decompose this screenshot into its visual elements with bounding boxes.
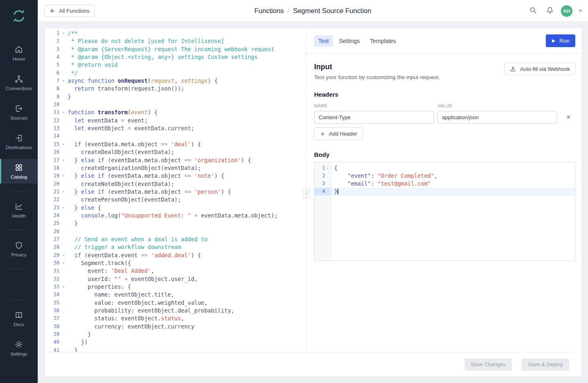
add-header-button[interactable]: Add Header (314, 127, 363, 140)
code-line[interactable]: 4 * @param {Object.<string, any>} settin… (45, 53, 306, 61)
pane-resize-handle[interactable] (303, 188, 310, 197)
line-number: 29 (45, 252, 59, 259)
fold-toggle-icon[interactable]: ▾ (59, 172, 68, 180)
code-text: properties: { (68, 283, 306, 291)
line-number: 34 (45, 291, 59, 299)
fold-toggle-icon[interactable]: ▾ (59, 204, 68, 212)
code-line[interactable]: 9} (45, 93, 306, 101)
segment-logo-icon[interactable] (12, 9, 26, 25)
line-number: 4 (315, 188, 325, 195)
fold-toggle-icon[interactable]: ▾ (59, 156, 68, 164)
body-line[interactable]: 2 "event": "Order Completed", (315, 172, 575, 180)
fold-toggle-icon[interactable]: ▾ (59, 252, 68, 259)
code-line[interactable]: 29▾ if (eventData.event == 'added.deal')… (45, 252, 306, 259)
code-line[interactable]: 22 createPersonObject(eventData); (45, 196, 306, 204)
body-line[interactable]: 1▾{ (315, 164, 575, 172)
body-editor[interactable]: 1▾{2 "event": "Order Completed",3 "email… (314, 162, 575, 261)
code-line[interactable]: 35 value: eventObject.weighted_value, (45, 299, 306, 307)
fold-gutter (59, 61, 68, 69)
code-line[interactable]: 20 createNoteObject(eventData); (45, 180, 306, 188)
code-line[interactable]: 24 console.log("Unsupported Event: " + e… (45, 212, 306, 220)
code-text: name: eventObject.title, (68, 291, 306, 299)
all-functions-button[interactable]: All Functions (44, 5, 95, 17)
code-line[interactable]: 31 event: 'Deal Added', (45, 267, 306, 275)
sidebar-item-catalog[interactable]: Catalog (0, 159, 38, 184)
avatar[interactable]: KH (561, 5, 572, 17)
remove-header-button[interactable] (564, 113, 573, 122)
line-number: 28 (45, 243, 59, 251)
code-line[interactable]: 26 (45, 228, 306, 236)
code-line[interactable]: 3 * @param {ServerRequest} request The i… (45, 45, 306, 53)
code-line[interactable]: 27 // Send an event when a deal is added… (45, 236, 306, 243)
user-menu-button[interactable] (578, 8, 583, 14)
header-name-input[interactable] (314, 111, 434, 124)
tab-templates[interactable]: Templates (366, 35, 400, 47)
save-changes-button[interactable]: Save Changes (465, 358, 512, 371)
code-line[interactable]: 10 (45, 101, 306, 109)
breadcrumb-separator: / (287, 7, 289, 15)
code-line[interactable]: 21▾ } else if (eventData.meta.object == … (45, 188, 306, 196)
code-line[interactable]: 12 let eventData = event; (45, 117, 306, 125)
search-button[interactable] (527, 5, 539, 17)
fold-toggle-icon[interactable]: ▾ (325, 164, 330, 172)
code-line[interactable]: 7▾async function onRequest(request, sett… (45, 77, 306, 85)
code-text: // Send an event when a deal is added to (68, 236, 306, 243)
code-line[interactable]: 14 (45, 132, 306, 140)
code-line[interactable]: 32 userId: "" + eventObject.user_id, (45, 275, 306, 283)
code-line[interactable]: 16 createDealObject(eventData); (45, 148, 306, 156)
fold-toggle-icon[interactable]: ▾ (59, 283, 68, 291)
sidebar-item-docs[interactable]: Docs (0, 306, 38, 331)
code-line[interactable]: 11▾function transform(event) { (45, 109, 306, 116)
line-number: 2 (315, 172, 325, 180)
tab-test[interactable]: Test (314, 35, 333, 47)
code-line[interactable]: 38 currency: eventObject.currency (45, 323, 306, 331)
sidebar-item-destinations[interactable]: Destinations (0, 129, 38, 154)
code-line[interactable]: 13 let eventObject = eventData.current; (45, 125, 306, 132)
body-line[interactable]: 3 "email": "test@gmail.com" (315, 180, 575, 188)
header-value-input[interactable] (438, 111, 557, 124)
code-line[interactable]: 15▾ if (eventData.meta.object == 'deal')… (45, 141, 306, 148)
code-line[interactable]: 33▾ properties: { (45, 283, 306, 291)
sidebar-item-sources[interactable]: Sources (0, 100, 38, 125)
code-line[interactable]: 8 return transform(request.json()); (45, 85, 306, 93)
fold-toggle-icon[interactable]: ▾ (59, 259, 68, 267)
sidebar-item-connections[interactable]: Connections (0, 70, 38, 95)
fold-toggle-icon[interactable]: ▾ (59, 188, 68, 196)
autofill-webhook-button[interactable]: Auto-fill via Webhook (504, 63, 575, 75)
code-line[interactable]: 18 createOrganizationObject(eventData); (45, 164, 306, 172)
code-text: // trigger a workflow downstream (68, 243, 306, 251)
code-line[interactable]: 1▾/** (45, 29, 306, 37)
code-line[interactable]: 30▾ Segment.track({ (45, 259, 306, 267)
save-deploy-button[interactable]: Save & Deploy (522, 358, 569, 371)
sidebar-item-privacy[interactable]: Privacy (0, 237, 38, 261)
fold-toggle-icon[interactable]: ▾ (59, 29, 68, 37)
fold-toggle-icon[interactable]: ▾ (59, 141, 68, 148)
code-line[interactable]: 25 } (45, 220, 306, 227)
code-line[interactable]: 34 name: eventObject.title, (45, 291, 306, 299)
code-line[interactable]: 23▾ } else { (45, 204, 306, 212)
tab-settings[interactable]: Settings (335, 35, 364, 47)
code-line[interactable]: 40 }) (45, 338, 306, 346)
code-line[interactable]: 37 status: eventObject.status, (45, 315, 306, 322)
fold-gutter (59, 243, 68, 251)
body-line[interactable]: 4} (315, 188, 575, 195)
code-line[interactable]: 36 probability: eventObject.deal_probabi… (45, 307, 306, 315)
code-line[interactable]: 17▾ } else if (eventData.meta.object == … (45, 156, 306, 164)
code-line[interactable]: 5 * @return void (45, 61, 306, 69)
breadcrumb-functions[interactable]: Functions (255, 7, 284, 15)
sidebar-item-home[interactable]: Home (0, 41, 38, 66)
code-line[interactable]: 28 // trigger a workflow downstream (45, 243, 306, 251)
fold-toggle-icon[interactable]: ▾ (59, 109, 68, 116)
code-editor[interactable]: 1▾/**2 * Please do not delete [used for … (45, 28, 306, 353)
fold-toggle-icon[interactable]: ▾ (59, 77, 68, 85)
code-line[interactable]: 39 } (45, 331, 306, 338)
run-button[interactable]: Run (546, 34, 575, 47)
code-line[interactable]: 2 * Please do not delete [used for Intel… (45, 37, 306, 45)
sidebar-item-health[interactable]: Health (0, 198, 38, 222)
notifications-button[interactable] (544, 5, 556, 17)
code-text: if (eventData.event == 'added.deal') { (68, 252, 306, 259)
code-line[interactable]: 19▾ } else if (eventData.meta.object == … (45, 172, 306, 180)
line-number: 35 (45, 299, 59, 307)
code-line[interactable]: 6 */ (45, 69, 306, 77)
sidebar-item-settings[interactable]: Settings (0, 336, 38, 360)
